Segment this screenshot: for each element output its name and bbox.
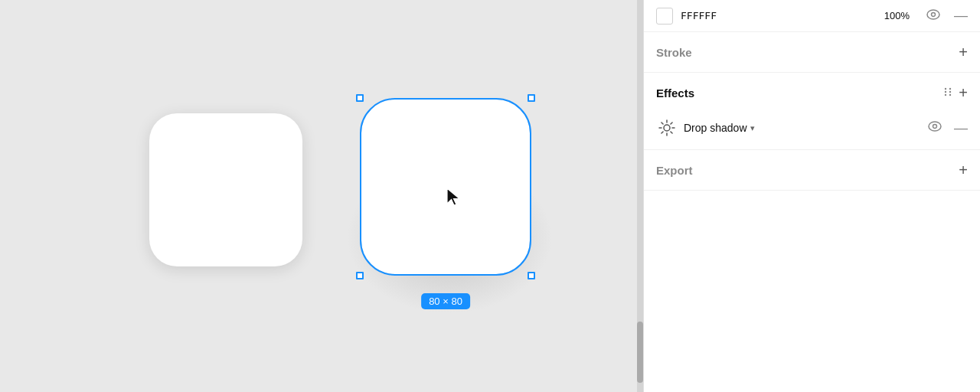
handle-top-right[interactable] <box>528 94 535 102</box>
export-section-header[interactable]: Export + <box>656 150 968 190</box>
svg-point-18 <box>933 125 937 129</box>
svg-point-1 <box>932 12 936 16</box>
svg-point-7 <box>949 93 951 95</box>
effects-add-icon[interactable]: + <box>959 84 968 102</box>
handle-bottom-left[interactable] <box>356 272 364 279</box>
effects-section-header[interactable]: Effects + <box>656 73 968 113</box>
svg-point-3 <box>949 87 951 89</box>
right-panel: FFFFFF 100% — Stroke + Effects <box>643 0 980 392</box>
canvas-scrollbar-thumb[interactable] <box>637 322 643 383</box>
svg-point-8 <box>664 125 670 131</box>
svg-point-2 <box>945 87 946 89</box>
svg-line-13 <box>662 122 663 124</box>
export-add-icon[interactable]: + <box>959 162 968 179</box>
fill-color-swatch[interactable] <box>656 8 673 24</box>
effect-type-label: Drop shadow <box>684 122 747 134</box>
stroke-section-header[interactable]: Stroke + <box>656 32 968 72</box>
svg-line-16 <box>662 132 663 133</box>
effect-visibility-icon[interactable] <box>928 121 942 135</box>
effect-row-drop-shadow: Drop shadow ▾ — <box>656 113 968 149</box>
stroke-title: Stroke <box>656 46 959 59</box>
svg-point-4 <box>945 90 946 92</box>
effects-section: Effects + <box>644 73 980 150</box>
canvas: 80 × 80 <box>0 0 643 392</box>
stroke-add-icon[interactable]: + <box>959 44 968 61</box>
fill-visibility-icon[interactable] <box>926 9 940 23</box>
shape-right-wrapper[interactable]: 80 × 80 <box>361 100 530 274</box>
shape-left[interactable] <box>149 113 302 266</box>
fill-row: FFFFFF 100% — <box>644 0 980 32</box>
svg-point-17 <box>929 122 941 131</box>
effect-dropdown-chevron[interactable]: ▾ <box>750 123 755 133</box>
effects-title: Effects <box>656 87 943 100</box>
dimension-label: 80 × 80 <box>421 293 470 309</box>
handle-bottom-right[interactable] <box>528 272 535 279</box>
svg-line-15 <box>671 122 672 124</box>
effect-remove-icon[interactable]: — <box>954 120 968 136</box>
export-section: Export + <box>644 150 980 191</box>
svg-line-14 <box>671 132 672 133</box>
effect-label[interactable]: Drop shadow ▾ <box>684 122 922 134</box>
handle-top-left[interactable] <box>356 94 364 102</box>
fill-opacity-value: 100% <box>884 10 910 21</box>
fill-hex-value: FFFFFF <box>681 10 877 21</box>
stroke-section: Stroke + <box>644 32 980 73</box>
canvas-scrollbar[interactable] <box>637 0 643 392</box>
svg-point-6 <box>945 93 946 95</box>
export-title: Export <box>656 164 959 177</box>
svg-point-0 <box>927 10 939 19</box>
effects-grip-icon <box>943 87 952 100</box>
shape-right[interactable]: 80 × 80 <box>361 100 530 274</box>
fill-remove-icon[interactable]: — <box>954 8 968 24</box>
drop-shadow-effect-icon <box>656 117 678 139</box>
svg-point-5 <box>949 90 951 92</box>
